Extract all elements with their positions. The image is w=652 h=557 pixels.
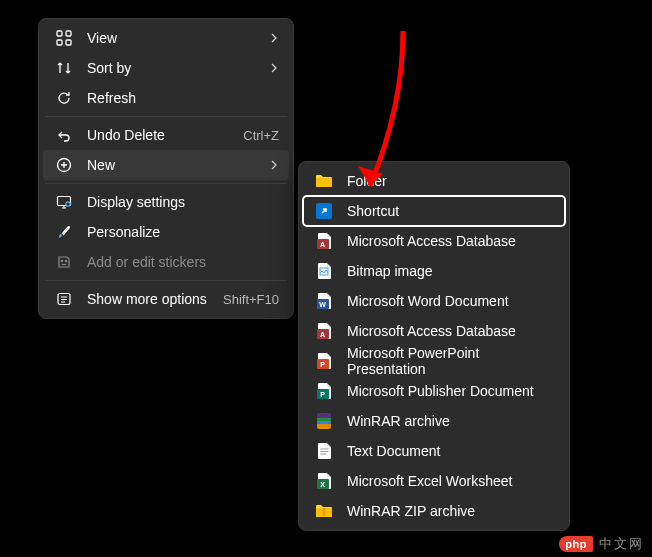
menu-item-display-settings[interactable]: Display settings: [43, 187, 289, 217]
publisher-icon: P: [315, 382, 333, 400]
chevron-right-icon: [265, 30, 279, 46]
stickers-icon: [55, 253, 73, 271]
access-icon: A: [315, 322, 333, 340]
word-icon: W: [315, 292, 333, 310]
menu-label: Display settings: [87, 194, 279, 210]
refresh-icon: [55, 89, 73, 107]
folder-icon: [315, 172, 333, 190]
submenu-item-publisher[interactable]: P Microsoft Publisher Document: [303, 376, 565, 406]
menu-label: Show more options: [87, 291, 223, 307]
submenu-label: Microsoft Access Database: [347, 323, 555, 339]
submenu-label: Microsoft Access Database: [347, 233, 555, 249]
submenu-label: Bitmap image: [347, 263, 555, 279]
undo-icon: [55, 126, 73, 144]
svg-rect-1: [66, 31, 71, 36]
svg-rect-0: [57, 31, 62, 36]
menu-shortcut: Shift+F10: [223, 292, 279, 307]
submenu-label: Microsoft Excel Worksheet: [347, 473, 555, 489]
submenu-label: Microsoft Word Document: [347, 293, 555, 309]
bitmap-icon: [315, 262, 333, 280]
submenu-item-word[interactable]: W Microsoft Word Document: [303, 286, 565, 316]
menu-item-undo-delete[interactable]: Undo Delete Ctrl+Z: [43, 120, 289, 150]
menu-label: Personalize: [87, 224, 279, 240]
submenu-item-shortcut[interactable]: Shortcut: [303, 196, 565, 226]
menu-item-personalize[interactable]: Personalize: [43, 217, 289, 247]
view-icon: [55, 29, 73, 47]
svg-point-7: [61, 260, 62, 261]
text-icon: [315, 442, 333, 460]
menu-separator: [45, 280, 287, 281]
chevron-right-icon: [265, 60, 279, 76]
submenu-item-zip[interactable]: WinRAR ZIP archive: [303, 496, 565, 526]
sort-icon: [55, 59, 73, 77]
powerpoint-icon: P: [315, 352, 333, 370]
watermark-badge: php: [559, 536, 593, 552]
submenu-item-access-2[interactable]: A Microsoft Access Database: [303, 316, 565, 346]
more-options-icon: [55, 290, 73, 308]
menu-label: Add or edit stickers: [87, 254, 279, 270]
submenu-label: WinRAR ZIP archive: [347, 503, 555, 519]
submenu-item-powerpoint[interactable]: P Microsoft PowerPoint Presentation: [303, 346, 565, 376]
menu-item-view[interactable]: View: [43, 23, 289, 53]
submenu-item-folder[interactable]: Folder: [303, 166, 565, 196]
menu-item-refresh[interactable]: Refresh: [43, 83, 289, 113]
menu-separator: [45, 183, 287, 184]
new-icon: [55, 156, 73, 174]
menu-separator: [45, 116, 287, 117]
submenu-item-excel[interactable]: X Microsoft Excel Worksheet: [303, 466, 565, 496]
excel-icon: X: [315, 472, 333, 490]
svg-rect-3: [66, 40, 71, 45]
menu-label: Refresh: [87, 90, 279, 106]
submenu-item-text[interactable]: Text Document: [303, 436, 565, 466]
submenu-item-bitmap[interactable]: Bitmap image: [303, 256, 565, 286]
zip-icon: [315, 502, 333, 520]
menu-label: View: [87, 30, 265, 46]
svg-point-6: [66, 202, 70, 206]
new-submenu: Folder Shortcut A Microsoft Access Datab…: [298, 161, 570, 531]
submenu-label: Text Document: [347, 443, 555, 459]
display-icon: [55, 193, 73, 211]
submenu-label: Microsoft Publisher Document: [347, 383, 555, 399]
menu-item-sort-by[interactable]: Sort by: [43, 53, 289, 83]
menu-label: Undo Delete: [87, 127, 243, 143]
svg-point-8: [65, 260, 66, 261]
menu-item-stickers: Add or edit stickers: [43, 247, 289, 277]
submenu-item-access[interactable]: A Microsoft Access Database: [303, 226, 565, 256]
submenu-label: Folder: [347, 173, 555, 189]
menu-item-new[interactable]: New: [43, 150, 289, 180]
menu-shortcut: Ctrl+Z: [243, 128, 279, 143]
submenu-label: WinRAR archive: [347, 413, 555, 429]
watermark-text: 中文网: [599, 535, 644, 553]
svg-rect-11: [323, 508, 326, 516]
menu-item-show-more[interactable]: Show more options Shift+F10: [43, 284, 289, 314]
chevron-right-icon: [265, 157, 279, 173]
personalize-icon: [55, 223, 73, 241]
shortcut-icon: [315, 202, 333, 220]
watermark: php 中文网: [547, 531, 652, 557]
desktop-context-menu: View Sort by Refresh Undo Dele: [38, 18, 294, 319]
svg-rect-2: [57, 40, 62, 45]
rar-icon: [315, 412, 333, 430]
menu-label: Sort by: [87, 60, 265, 76]
submenu-item-rar[interactable]: WinRAR archive: [303, 406, 565, 436]
submenu-label: Shortcut: [347, 203, 555, 219]
submenu-label: Microsoft PowerPoint Presentation: [347, 345, 555, 377]
menu-label: New: [87, 157, 265, 173]
access-icon: A: [315, 232, 333, 250]
